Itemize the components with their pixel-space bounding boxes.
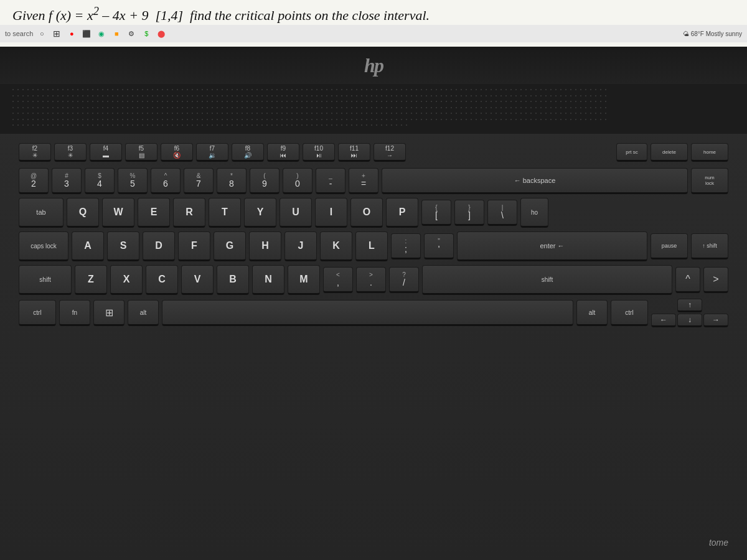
taskbar-icon-grid[interactable]: ⊞ [50,27,63,40]
screen-area: Given f (x) = x2 – 4x + 9 [1,4] find the… [0,0,747,47]
key-f7[interactable]: f7 🔉 [196,143,228,162]
key-comma[interactable]: < , [323,267,353,293]
key-b[interactable]: B [217,265,249,295]
key-f5[interactable]: f5 ▤ [125,143,157,162]
taskbar-icon-circle[interactable]: ○ [35,27,48,40]
key-y[interactable]: Y [244,198,276,228]
key-w[interactable]: W [102,198,134,228]
taskbar-icon-dot[interactable]: ● [65,27,78,40]
key-minus[interactable]: _ - [316,168,345,194]
taskbar-icon-chrome[interactable]: ⬤ [155,27,167,40]
key-p[interactable]: P [386,198,418,228]
key-home[interactable]: home [691,143,728,162]
key-t[interactable]: T [209,198,241,228]
key-space[interactable] [162,300,573,326]
weather-icon: 🌤 [683,30,689,37]
key-f3[interactable]: f3 ✳ [54,143,87,162]
key-f12[interactable]: f12 → [374,143,406,162]
key-prtsc[interactable]: prt sc [616,143,647,162]
key-windows[interactable]: ⊞ [93,300,125,326]
key-shift-right-side[interactable]: ↑ shift [691,233,728,259]
key-r[interactable]: R [173,198,205,228]
key-bracket-open[interactable]: { [ [421,200,451,226]
key-j[interactable]: J [284,231,317,261]
key-6[interactable]: ^ 6 [151,168,181,194]
search-label[interactable]: to search [5,30,33,37]
key-e[interactable]: E [138,198,170,228]
key-5[interactable]: % 5 [118,168,148,194]
key-f[interactable]: F [178,231,210,261]
taskbar-icon-taskview[interactable]: ⬛ [80,27,93,40]
key-3[interactable]: # 3 [52,168,82,194]
key-o[interactable]: O [350,198,383,228]
key-u[interactable]: U [280,198,312,228]
key-i[interactable]: I [315,198,347,228]
key-shift-right[interactable]: shift [422,265,672,295]
key-quote[interactable]: " ' [424,233,454,259]
key-f9[interactable]: f9 ⏮ [267,143,299,162]
taskbar: to search ○ ⊞ ● ⬛ ◉ ■ ⚙ $ ⬤ 🌤 68°F Mostl… [0,25,747,42]
taskbar-icon-gear[interactable]: ⚙ [125,27,138,40]
key-period[interactable]: > . [356,267,386,293]
key-backslash[interactable]: | \ [487,200,517,226]
key-n[interactable]: N [252,265,284,295]
key-ctrl-left[interactable]: ctrl [19,300,56,326]
key-enter[interactable]: enter ← [457,231,647,261]
key-v[interactable]: V [181,265,214,295]
key-ctrl-right[interactable]: ctrl [611,300,648,326]
speaker-grille [0,84,747,134]
key-caret[interactable]: ^ [675,267,700,293]
key-caps[interactable]: caps lock [19,231,68,261]
key-fn[interactable]: fn [59,300,90,326]
fn-key-row: f2 ✳ f3 ✳ f4 ▬ f5 ▤ f6 🔇 [19,143,613,162]
key-f4[interactable]: f4 ▬ [90,143,122,162]
key-g[interactable]: G [214,231,246,261]
key-alt-right[interactable]: alt [576,300,608,326]
key-ho[interactable]: ho [520,198,548,228]
zxcv-row: shift Z X C V B N M < , > . ? / shift ^ … [19,265,728,295]
key-4[interactable]: $ 4 [85,168,115,194]
key-arrow-left[interactable]: ← [651,314,676,327]
key-k[interactable]: K [320,231,352,261]
key-arrow-down[interactable]: ↓ [677,314,702,327]
taskbar-icon-files[interactable]: ■ [110,27,123,40]
key-arrow-right[interactable]: → [703,314,728,327]
key-slash[interactable]: ? / [389,267,419,293]
laptop-body: hp f2 ✳ f3 ✳ f4 ▬ [0,47,747,560]
key-l[interactable]: L [355,231,388,261]
key-0[interactable]: ) 0 [283,168,312,194]
key-7[interactable]: & 7 [184,168,214,194]
key-a[interactable]: A [72,231,104,261]
key-f2[interactable]: f2 ✳ [19,143,51,162]
key-delete[interactable]: delete [651,143,688,162]
key-backspace[interactable]: ← backspace [382,168,688,194]
key-pause[interactable]: pause [651,233,688,259]
key-q[interactable]: Q [67,198,99,228]
key-chevron-right[interactable]: > [703,267,728,293]
key-z[interactable]: Z [75,265,107,295]
key-s[interactable]: S [107,231,139,261]
key-bracket-close[interactable]: } ] [454,200,484,226]
taskbar-icon-dollar[interactable]: $ [140,27,153,40]
key-h[interactable]: H [249,231,281,261]
key-c[interactable]: C [146,265,178,295]
key-f8[interactable]: f8 🔊 [232,143,264,162]
key-arrow-up[interactable]: ↑ [677,299,702,312]
key-m[interactable]: M [288,265,320,295]
key-f6[interactable]: f6 🔇 [161,143,193,162]
taskbar-icon-edge[interactable]: ◉ [95,27,108,40]
key-equals[interactable]: + = [349,168,378,194]
key-numlock[interactable]: numlock [691,168,728,194]
key-tab[interactable]: tab [19,198,63,228]
tome-label: tome [709,538,728,548]
key-alt-left[interactable]: alt [128,300,159,326]
key-2[interactable]: @ 2 [19,168,49,194]
key-semicolon[interactable]: : ; [391,233,421,259]
key-f11[interactable]: f11 ⏭ [338,143,370,162]
key-x[interactable]: X [110,265,143,295]
key-9[interactable]: ( 9 [250,168,280,194]
key-8[interactable]: * 8 [217,168,247,194]
key-f10[interactable]: f10 ⏯ [303,143,335,162]
key-shift-left[interactable]: shift [19,265,72,295]
key-d[interactable]: D [143,231,175,261]
